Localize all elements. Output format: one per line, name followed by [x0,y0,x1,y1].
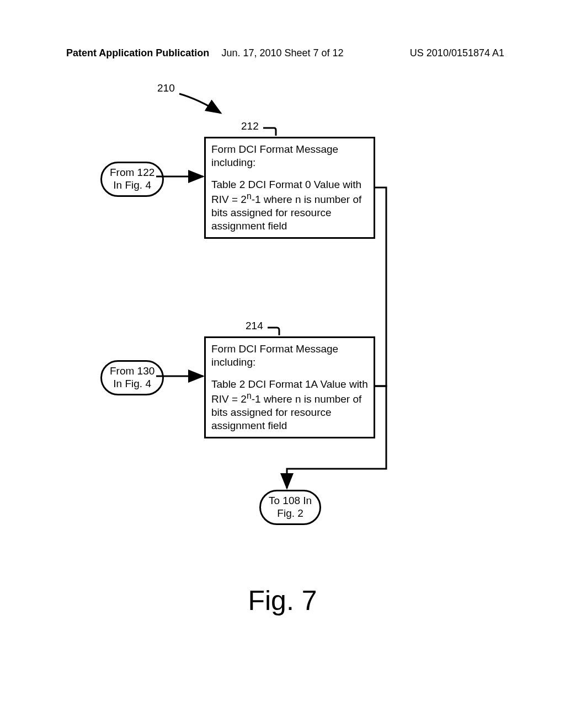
label-212: 212 [241,121,259,132]
label-210: 210 [157,83,175,94]
figure-caption: Fig. 7 [248,585,317,617]
terminal-line2: Fig. 2 [269,507,312,520]
header-center: Jun. 17, 2010 Sheet 7 of 12 [221,47,343,59]
box-214-body: Table 2 DCI Format 1A Value with RIV = 2… [211,378,368,432]
conn-212-down [375,188,386,386]
terminal-from-122: From 122 In Fig. 4 [100,162,164,197]
terminal-line1: To 108 In [269,495,312,507]
terminal-line2: In Fig. 4 [110,179,154,192]
leader-212 [263,128,276,136]
header-left: Patent Application Publication [66,47,209,59]
header-right: US 2010/0151874 A1 [410,47,504,59]
terminal-to-108: To 108 In Fig. 2 [259,490,321,525]
box-214: Form DCI Format Message including: Table… [204,336,375,438]
box-212-title: Form DCI Format Message including: [211,143,368,169]
page-header: Patent Application Publication Jun. 17, … [0,47,565,59]
terminal-from-130: From 130 In Fig. 4 [100,360,164,395]
terminal-line1: From 122 [110,167,154,179]
box-212: Form DCI Format Message including: Table… [204,137,375,239]
terminal-line2: In Fig. 4 [110,378,154,390]
leader-214 [268,328,279,335]
leader-210 [179,94,221,113]
label-214: 214 [246,320,263,332]
box-214-title: Form DCI Format Message including: [211,342,368,369]
terminal-line1: From 130 [110,365,154,378]
box-212-body: Table 2 DCI Format 0 Value with RIV = 2n… [211,178,368,233]
